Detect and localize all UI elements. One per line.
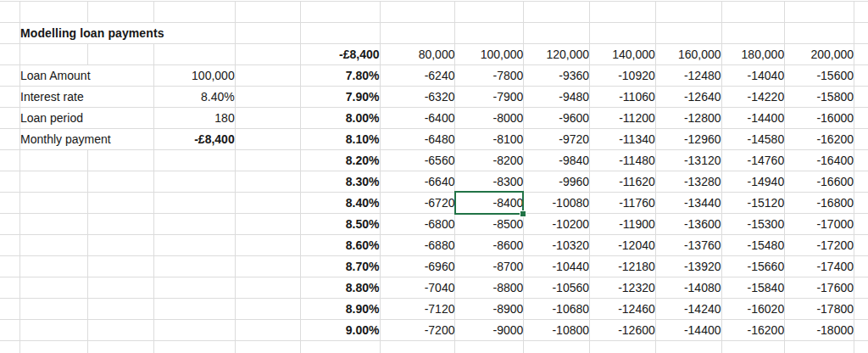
empty-cell[interactable] [590, 341, 656, 353]
rate-cell[interactable]: 8.60% [301, 235, 380, 256]
empty-cell[interactable] [153, 214, 235, 235]
data-cell[interactable]: -6960 [380, 256, 455, 277]
data-cell[interactable]: -16600 [785, 171, 854, 193]
empty-cell[interactable] [655, 341, 721, 353]
data-cell[interactable]: -18000 [785, 320, 854, 341]
empty-cell[interactable] [235, 235, 301, 256]
data-cell[interactable]: -10560 [524, 277, 590, 299]
data-cell[interactable]: -11760 [590, 193, 656, 214]
data-cell[interactable]: -12960 [655, 129, 721, 150]
empty-cell[interactable] [590, 2, 656, 23]
data-cell[interactable]: -13280 [655, 171, 721, 193]
data-cell[interactable]: -16400 [785, 150, 854, 171]
data-cell[interactable]: -15840 [721, 277, 785, 299]
empty-cell[interactable] [87, 171, 153, 193]
data-cell[interactable]: -6800 [380, 214, 455, 235]
data-cell[interactable]: -13760 [655, 235, 721, 256]
data-cell[interactable]: -11200 [590, 108, 656, 129]
empty-cell[interactable] [235, 44, 301, 65]
amount-header-cell[interactable]: 80,000 [380, 44, 455, 65]
data-cell[interactable]: -15600 [785, 65, 854, 87]
empty-cell[interactable] [380, 23, 455, 44]
empty-cell[interactable] [0, 65, 20, 87]
data-cell[interactable]: -10440 [524, 256, 590, 277]
data-cell[interactable]: -16200 [785, 129, 854, 150]
empty-cell[interactable] [455, 23, 524, 44]
data-cell[interactable]: -14220 [721, 87, 785, 108]
data-cell[interactable]: -12800 [655, 108, 721, 129]
empty-cell[interactable] [20, 256, 88, 277]
data-cell[interactable]: -8300 [455, 171, 524, 193]
empty-cell[interactable] [20, 150, 88, 171]
rate-cell[interactable]: 8.80% [301, 277, 380, 299]
data-cell[interactable]: -14400 [721, 108, 785, 129]
empty-cell[interactable] [854, 277, 868, 299]
data-cell[interactable]: -12320 [590, 277, 656, 299]
data-cell[interactable]: -13600 [655, 214, 721, 235]
empty-cell[interactable] [20, 341, 88, 353]
empty-cell[interactable] [153, 341, 235, 353]
empty-cell[interactable] [785, 23, 854, 44]
data-cell[interactable]: -17400 [785, 256, 854, 277]
empty-cell[interactable] [380, 2, 455, 23]
amount-header-cell[interactable]: 160,000 [655, 44, 721, 65]
amount-header-cell[interactable]: 200,000 [785, 44, 854, 65]
empty-cell[interactable] [0, 235, 20, 256]
data-cell[interactable]: -8500 [455, 214, 524, 235]
input-label-cell[interactable]: Loan Amount [20, 65, 154, 87]
empty-cell[interactable] [20, 2, 88, 23]
data-cell[interactable]: -8200 [455, 150, 524, 171]
empty-cell[interactable] [301, 341, 380, 353]
input-value-cell[interactable]: 180 [153, 108, 235, 129]
empty-cell[interactable] [87, 256, 153, 277]
empty-cell[interactable] [455, 2, 524, 23]
empty-cell[interactable] [854, 108, 868, 129]
empty-cell[interactable] [153, 299, 235, 320]
data-cell[interactable]: -12480 [655, 65, 721, 87]
empty-cell[interactable] [87, 320, 153, 341]
empty-cell[interactable] [87, 299, 153, 320]
empty-cell[interactable] [0, 320, 20, 341]
data-cell[interactable]: -11900 [590, 214, 656, 235]
empty-cell[interactable] [87, 277, 153, 299]
empty-cell[interactable] [235, 65, 301, 87]
empty-cell[interactable] [87, 341, 153, 353]
empty-cell[interactable] [524, 341, 590, 353]
data-cell[interactable]: -7800 [455, 65, 524, 87]
data-cell[interactable]: -8100 [455, 129, 524, 150]
data-cell[interactable]: -9480 [524, 87, 590, 108]
empty-cell[interactable] [854, 129, 868, 150]
data-cell[interactable]: -15660 [721, 256, 785, 277]
data-cell[interactable]: -7900 [455, 87, 524, 108]
data-cell[interactable]: -9840 [524, 150, 590, 171]
data-cell[interactable]: -6240 [380, 65, 455, 87]
amount-header-cell[interactable]: 140,000 [590, 44, 656, 65]
empty-cell[interactable] [854, 23, 868, 44]
empty-cell[interactable] [0, 256, 20, 277]
empty-cell[interactable] [0, 150, 20, 171]
empty-cell[interactable] [235, 150, 301, 171]
empty-cell[interactable] [153, 171, 235, 193]
empty-cell[interactable] [235, 256, 301, 277]
empty-cell[interactable] [20, 171, 88, 193]
empty-cell[interactable] [235, 277, 301, 299]
empty-cell[interactable] [20, 235, 88, 256]
data-cell[interactable]: -14040 [721, 65, 785, 87]
data-cell[interactable]: -7200 [380, 320, 455, 341]
empty-cell[interactable] [235, 2, 301, 23]
empty-cell[interactable] [785, 2, 854, 23]
data-cell[interactable]: -6640 [380, 171, 455, 193]
selected-cell[interactable]: -8400 [455, 193, 524, 214]
data-cell[interactable]: -12640 [655, 87, 721, 108]
data-cell[interactable]: -9960 [524, 171, 590, 193]
data-cell[interactable]: -8900 [455, 299, 524, 320]
empty-cell[interactable] [0, 277, 20, 299]
empty-cell[interactable] [0, 2, 20, 23]
empty-cell[interactable] [235, 193, 301, 214]
rate-cell[interactable]: 8.70% [301, 256, 380, 277]
empty-cell[interactable] [524, 23, 590, 44]
amount-header-cell[interactable]: 120,000 [524, 44, 590, 65]
empty-cell[interactable] [20, 299, 88, 320]
input-value-cell[interactable]: 100,000 [153, 65, 235, 87]
empty-cell[interactable] [153, 277, 235, 299]
